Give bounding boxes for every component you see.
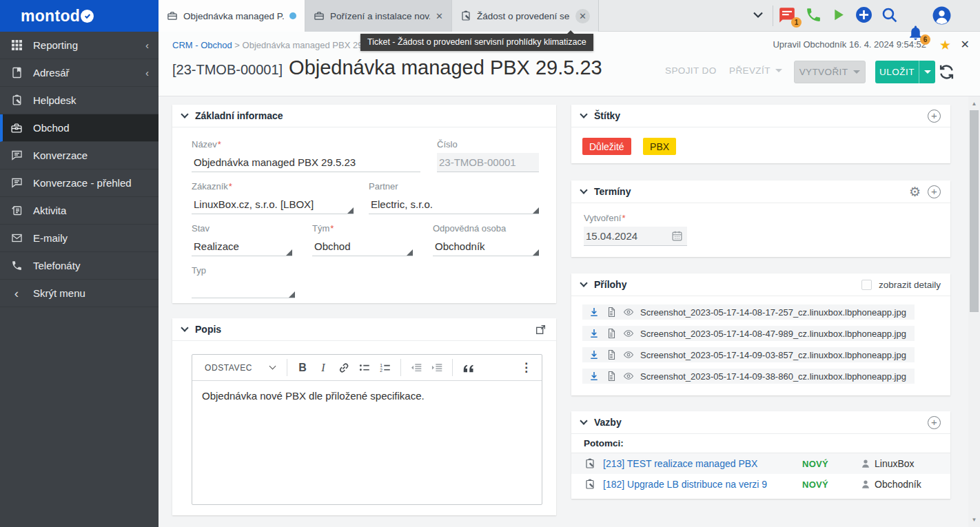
numbered-list-icon[interactable]: 12 bbox=[376, 359, 394, 377]
editor-content[interactable]: Objednávka nové PBX dle přiložené specif… bbox=[192, 381, 542, 411]
refresh-icon[interactable] bbox=[937, 63, 956, 81]
calendar-icon[interactable] bbox=[671, 230, 683, 242]
attachment-row[interactable]: Screenshot_2023-05-17-14-09-38-860_cz.li… bbox=[582, 369, 915, 384]
sidebar-item-konverzace-prehled[interactable]: Konverzace - přehled bbox=[0, 169, 159, 197]
sidebar-item-telefonaty[interactable]: Telefonáty bbox=[0, 252, 159, 280]
zakaznik-select[interactable]: LinuxBox.cz, s.r.o. [LBOX] bbox=[192, 195, 354, 214]
attachment-filename[interactable]: Screenshot_2023-05-17-14-08-17-257_cz.li… bbox=[640, 307, 906, 318]
download-icon[interactable] bbox=[589, 307, 600, 318]
field-vytvoreni: Vytvoření* 15.04.2024 bbox=[584, 213, 687, 246]
sidebar-item-adresar[interactable]: Adresář ‹ bbox=[0, 59, 159, 87]
relation-link[interactable]: [213] TEST realizace managed PBX bbox=[603, 458, 795, 469]
sidebar-item-skryt-menu[interactable]: ‹ Skrýt menu bbox=[0, 280, 159, 307]
download-icon[interactable] bbox=[589, 349, 600, 360]
file-icon[interactable] bbox=[606, 328, 617, 339]
nazev-input[interactable]: Objednávka managed PBX 29.5.23 bbox=[192, 153, 420, 172]
search-icon[interactable] bbox=[881, 6, 898, 23]
download-icon[interactable] bbox=[589, 328, 600, 339]
sidebar-item-helpdesk[interactable]: Helpdesk bbox=[0, 87, 159, 114]
paragraph-style-select[interactable]: ODSTAVEC bbox=[198, 363, 280, 373]
download-icon[interactable] bbox=[589, 371, 600, 382]
attachment-row[interactable]: Screenshot_2023-05-17-14-08-47-989_cz.li… bbox=[582, 326, 915, 341]
close-record-icon[interactable]: ✕ bbox=[961, 38, 970, 51]
more-options-icon[interactable]: ⋮ bbox=[520, 360, 536, 375]
close-icon[interactable]: ✕ bbox=[575, 9, 590, 23]
sidebar-item-reporting[interactable]: Reporting ‹ bbox=[0, 32, 159, 59]
rich-text-editor[interactable]: ODSTAVEC B I 12 ⋮ Objednávka nové PBX dl… bbox=[192, 354, 542, 505]
attachment-filename[interactable]: Screenshot_2023-05-17-14-09-38-860_cz.li… bbox=[640, 371, 906, 382]
attachment-row[interactable]: Screenshot_2023-05-17-14-08-17-257_cz.li… bbox=[582, 304, 915, 320]
italic-button[interactable]: I bbox=[314, 359, 332, 377]
ulozit-button[interactable]: ULOŽIT bbox=[875, 61, 935, 83]
avatar-icon[interactable] bbox=[932, 6, 951, 25]
bold-button[interactable]: B bbox=[294, 359, 312, 377]
tab-zadost[interactable]: Žádost o provedení ser... ✕ bbox=[452, 0, 599, 32]
spojit-do-button[interactable]: SPOJIT DO bbox=[665, 65, 717, 76]
plus-circle-icon[interactable] bbox=[855, 6, 872, 23]
play-icon[interactable] bbox=[830, 6, 847, 23]
preview-eye-icon[interactable] bbox=[623, 328, 634, 339]
link-icon[interactable] bbox=[335, 359, 353, 377]
sidebar-item-obchod[interactable]: Obchod bbox=[0, 114, 159, 142]
stav-select[interactable]: Realizace bbox=[192, 237, 292, 256]
preview-eye-icon[interactable] bbox=[623, 307, 634, 318]
add-tag-icon[interactable] bbox=[928, 110, 941, 123]
chat-icon[interactable]: 1 bbox=[778, 6, 796, 24]
scrollbar-thumb[interactable] bbox=[970, 110, 979, 312]
tym-select[interactable]: Obchod bbox=[312, 237, 413, 256]
tag-dulezite[interactable]: Důležité bbox=[582, 138, 631, 155]
file-icon[interactable] bbox=[606, 371, 617, 382]
breadcrumb-link[interactable]: CRM - Obchod bbox=[172, 40, 232, 50]
partner-select[interactable]: Electric, s.r.o. bbox=[369, 195, 539, 214]
ulozit-dropdown[interactable] bbox=[919, 61, 935, 83]
panel-header[interactable]: Přílohy zobrazit detaily bbox=[571, 273, 950, 296]
file-icon[interactable] bbox=[606, 307, 617, 318]
odpovedna-osoba-select[interactable]: Obchodník bbox=[433, 237, 539, 256]
tab-objednavka[interactable]: Objednávka managed P... bbox=[159, 0, 305, 32]
scroll-down-icon[interactable]: ▼ bbox=[968, 517, 980, 523]
phone-icon[interactable] bbox=[805, 6, 822, 23]
panel-header[interactable]: Popis bbox=[172, 318, 556, 341]
vytvorit-button[interactable]: VYTVOŘIT bbox=[794, 61, 866, 83]
close-icon[interactable]: ✕ bbox=[436, 11, 443, 21]
app-logo[interactable]: montod bbox=[0, 0, 159, 32]
chat-icon bbox=[10, 177, 23, 189]
attachment-filename[interactable]: Screenshot_2023-05-17-14-08-47-989_cz.li… bbox=[640, 329, 906, 339]
blockquote-icon[interactable] bbox=[459, 359, 477, 377]
relation-row[interactable]: [213] TEST realizace managed PBX NOVÝ Li… bbox=[571, 453, 950, 474]
expand-icon[interactable] bbox=[535, 324, 547, 335]
indent-icon[interactable] bbox=[428, 359, 446, 377]
tag-pbx[interactable]: PBX bbox=[643, 138, 676, 155]
bell-icon[interactable]: 6 bbox=[907, 24, 925, 41]
vertical-scrollbar[interactable]: ▲ ▼ bbox=[968, 96, 980, 527]
panel-header[interactable]: Vazby bbox=[571, 411, 950, 434]
preview-eye-icon[interactable] bbox=[623, 349, 634, 360]
prevzit-button[interactable]: PŘEVZÍT bbox=[729, 65, 782, 76]
chevron-down-icon[interactable] bbox=[750, 6, 766, 23]
attachment-row[interactable]: Screenshot_2023-05-17-14-09-03-857_cz.li… bbox=[582, 347, 915, 362]
typ-select[interactable] bbox=[192, 279, 295, 298]
file-icon[interactable] bbox=[606, 349, 617, 360]
gear-icon[interactable]: ⚙ bbox=[909, 185, 921, 198]
relation-link[interactable]: [182] Upgrade LB distribuce na verzi 9 bbox=[603, 479, 795, 490]
sidebar-item-label: Aktivita bbox=[33, 205, 66, 216]
panel-title: Popis bbox=[195, 324, 221, 335]
favorite-star-icon[interactable]: ★ bbox=[939, 37, 951, 53]
vytvoreni-date-input[interactable]: 15.04.2024 bbox=[584, 227, 687, 246]
bullet-list-icon[interactable] bbox=[356, 359, 374, 377]
panel-header[interactable]: Termíny ⚙ bbox=[571, 180, 950, 203]
relation-row[interactable]: [182] Upgrade LB distribuce na verzi 9 N… bbox=[571, 474, 950, 495]
add-relation-icon[interactable] bbox=[928, 416, 941, 429]
show-details-checkbox[interactable] bbox=[861, 280, 872, 290]
tab-porizeni[interactable]: Pořízení a instalace nov... ✕ bbox=[305, 0, 452, 32]
panel-header[interactable]: Štítky bbox=[571, 105, 950, 127]
add-date-icon[interactable] bbox=[928, 185, 941, 198]
attachment-filename[interactable]: Screenshot_2023-05-17-14-09-03-857_cz.li… bbox=[640, 350, 906, 360]
preview-eye-icon[interactable] bbox=[623, 371, 634, 382]
sidebar-item-konverzace[interactable]: Konverzace bbox=[0, 142, 159, 169]
sidebar-item-aktivita[interactable]: Aktivita bbox=[0, 197, 159, 225]
panel-header[interactable]: Základní informace bbox=[172, 105, 556, 127]
scroll-up-icon[interactable]: ▲ bbox=[968, 101, 980, 107]
outdent-icon[interactable] bbox=[407, 359, 425, 377]
sidebar-item-emaily[interactable]: E-maily bbox=[0, 225, 159, 252]
